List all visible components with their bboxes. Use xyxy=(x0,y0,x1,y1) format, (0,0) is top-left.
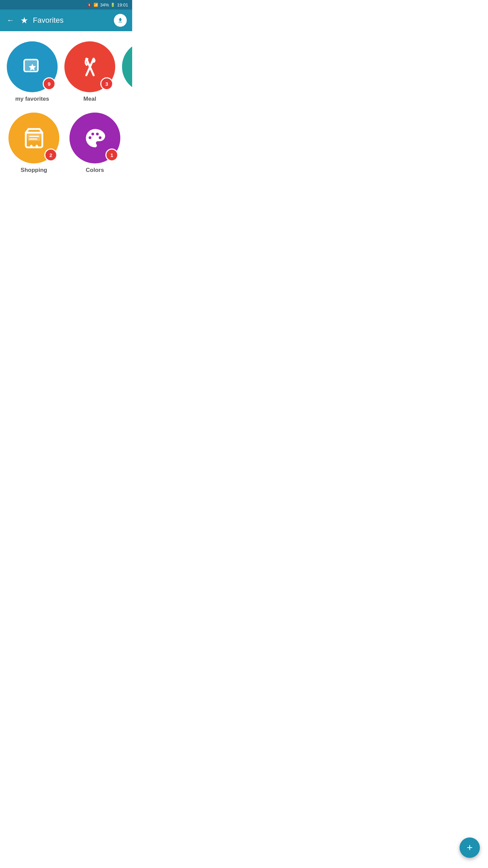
category-meal[interactable]: 3 Meal xyxy=(64,41,115,102)
my-favorites-wrapper: 9 xyxy=(7,41,58,92)
colors-label: Colors xyxy=(86,167,104,174)
meal-badge: 3 xyxy=(100,77,113,90)
time-text: 19:01 xyxy=(117,2,128,7)
svg-point-13 xyxy=(96,133,99,135)
time-circle xyxy=(122,41,132,92)
category-time[interactable]: 1 Time xyxy=(122,41,132,102)
status-bar: 🔇 📶 34% 🔋 19:01 xyxy=(0,0,132,9)
shopping-wrapper: 2 xyxy=(8,113,59,163)
svg-point-9 xyxy=(30,145,32,147)
category-row-2: 2 Shopping 1 Colors xyxy=(7,113,125,174)
battery-icon: 🔋 xyxy=(110,3,115,7)
svg-point-14 xyxy=(99,136,101,139)
wifi-icon: 📶 xyxy=(94,3,98,7)
shopping-badge: 2 xyxy=(44,149,57,161)
page-title: Favorites xyxy=(33,16,109,25)
category-colors[interactable]: 1 Colors xyxy=(68,113,122,174)
category-shopping[interactable]: 2 Shopping xyxy=(7,113,61,174)
app-bar: ← ★ Favorites xyxy=(0,9,132,31)
download-icon xyxy=(117,17,123,23)
category-row-1: 9 my favorites xyxy=(7,41,125,102)
svg-point-4 xyxy=(92,58,95,63)
download-button[interactable] xyxy=(114,14,127,27)
time-wrapper: 1 xyxy=(122,41,132,92)
shopping-icon xyxy=(23,127,45,149)
favorites-icon xyxy=(21,56,43,78)
my-favorites-badge: 9 xyxy=(43,77,56,90)
meal-wrapper: 3 xyxy=(64,41,115,92)
status-icons: 🔇 📶 34% 🔋 19:01 xyxy=(87,2,128,7)
mute-icon: 🔇 xyxy=(87,3,92,7)
my-favorites-label: my favorites xyxy=(15,96,49,102)
meal-icon xyxy=(79,56,101,78)
battery-text: 34% xyxy=(100,2,109,7)
svg-point-12 xyxy=(91,133,94,135)
meal-label: Meal xyxy=(83,96,96,102)
star-icon: ★ xyxy=(20,15,28,26)
main-content: 9 my favorites xyxy=(0,31,132,184)
colors-wrapper: 1 xyxy=(69,113,120,163)
colors-icon xyxy=(84,127,106,149)
back-button[interactable]: ← xyxy=(5,15,16,26)
colors-badge: 1 xyxy=(105,149,118,161)
category-my-favorites[interactable]: 9 my favorites xyxy=(7,41,58,102)
svg-point-11 xyxy=(88,136,91,139)
svg-point-10 xyxy=(36,145,38,147)
shopping-label: Shopping xyxy=(21,167,47,174)
